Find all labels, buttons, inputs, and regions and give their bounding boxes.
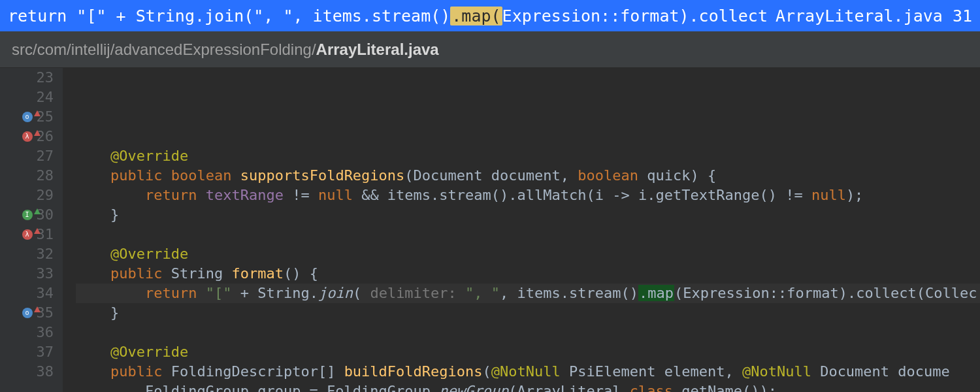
gutter-override-icon[interactable]: o: [22, 112, 33, 122]
code-area[interactable]: @Override public boolean supportsFoldReg…: [63, 68, 980, 392]
gutter-line[interactable]: 32: [0, 244, 56, 264]
code-line[interactable]: [76, 127, 980, 146]
breadcrumb[interactable]: src/com/intellij/advancedExpressionFoldi…: [0, 31, 980, 68]
code-line[interactable]: return "[" + String.join( delimiter: ", …: [76, 284, 980, 303]
gutter-override-icon[interactable]: o: [22, 308, 33, 318]
code-line[interactable]: [76, 225, 980, 244]
gutter-line[interactable]: I30: [0, 205, 56, 225]
gutter-line[interactable]: o25: [0, 107, 56, 127]
gutter-line[interactable]: 27: [0, 146, 56, 166]
code-line[interactable]: FoldingGroup group = FoldingGroup.newGro…: [76, 382, 980, 392]
line-number: 27: [37, 146, 54, 166]
breadcrumb-file: ArrayLiteral.java: [316, 41, 439, 59]
search-result-location: ArrayLiteral.java 31: [776, 7, 972, 25]
line-number: 36: [37, 323, 54, 342]
gutter-line[interactable]: 33: [0, 264, 56, 284]
line-number: 28: [37, 166, 54, 186]
code-line[interactable]: @Override: [76, 146, 980, 166]
gutter-line[interactable]: 24: [0, 88, 56, 107]
gutter-line[interactable]: 34: [0, 284, 56, 303]
code-line[interactable]: return textRange != null && items.stream…: [76, 186, 980, 205]
gutter-line[interactable]: 28: [0, 166, 56, 186]
search-result-bar[interactable]: return "[" + String.join(", ", items.str…: [0, 0, 980, 31]
code-line[interactable]: }: [76, 303, 980, 323]
code-line[interactable]: @Override: [76, 342, 980, 362]
code-line[interactable]: public boolean supportsFoldRegions(Docum…: [76, 166, 980, 186]
code-line[interactable]: [76, 323, 980, 342]
line-number: 34: [37, 284, 54, 303]
gutter-line[interactable]: λ31: [0, 225, 56, 244]
gutter-lambda-icon[interactable]: λ: [22, 131, 33, 142]
line-number: 33: [37, 264, 54, 284]
gutter-line[interactable]: 29: [0, 186, 56, 205]
line-number: 29: [37, 186, 54, 205]
gutter-line[interactable]: 38: [0, 362, 56, 382]
line-number: 38: [37, 362, 54, 382]
gutter-line[interactable]: 36: [0, 323, 56, 342]
gutter-line[interactable]: λ26: [0, 127, 56, 146]
line-number: 23: [37, 68, 54, 88]
code-line[interactable]: public String format() {: [76, 264, 980, 284]
line-number: 24: [37, 88, 54, 107]
gutter-lambda-icon[interactable]: λ: [22, 229, 33, 240]
code-line[interactable]: public FoldingDescriptor[] buildFoldRegi…: [76, 362, 980, 382]
gutter-line[interactable]: 37: [0, 342, 56, 362]
gutter-line[interactable]: o35: [0, 303, 56, 323]
gutter-line[interactable]: 23: [0, 68, 56, 88]
search-result-code: return "[" + String.join(", ", items.str…: [8, 7, 768, 25]
breadcrumb-path: src/com/intellij/advancedExpressionFoldi…: [12, 41, 316, 59]
gutter[interactable]: 2324o25λ26272829I30λ31323334o35363738: [0, 68, 63, 392]
line-number: 32: [37, 244, 54, 264]
code-line[interactable]: @Override: [76, 244, 980, 264]
search-match-highlight: .map(: [450, 7, 502, 25]
code-line[interactable]: }: [76, 205, 980, 225]
gutter-implements-icon[interactable]: I: [22, 210, 33, 220]
editor-pane: 2324o25λ26272829I30λ31323334o35363738 @O…: [0, 68, 980, 392]
line-number: 37: [37, 342, 54, 362]
